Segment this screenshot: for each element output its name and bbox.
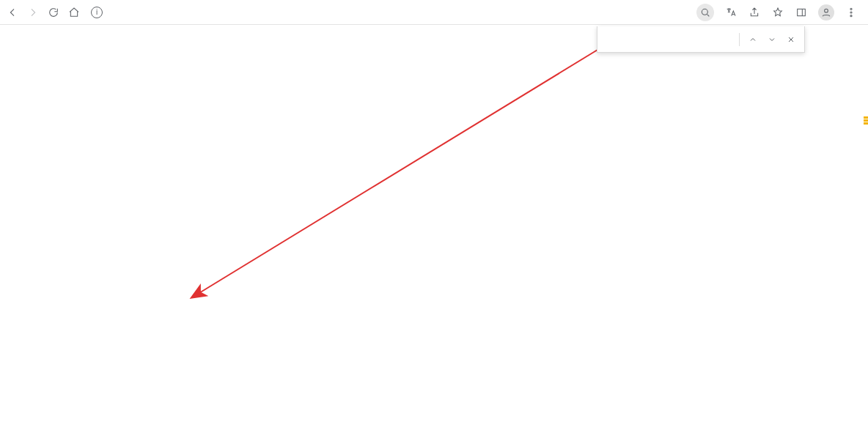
- toolbar-right: [696, 4, 862, 21]
- site-info-icon[interactable]: i: [91, 7, 103, 18]
- bookmark-star-icon[interactable]: [771, 6, 784, 19]
- find-in-page-bar: [597, 26, 805, 53]
- side-panel-icon[interactable]: [795, 6, 808, 19]
- svg-point-4: [850, 11, 852, 12]
- svg-point-2: [825, 9, 828, 12]
- find-close-button[interactable]: [785, 34, 797, 45]
- page-content: [0, 25, 868, 438]
- forward-button[interactable]: [26, 6, 40, 19]
- back-button[interactable]: [6, 6, 19, 19]
- address-bar[interactable]: i: [91, 7, 111, 18]
- reload-button[interactable]: [47, 6, 60, 19]
- svg-point-3: [850, 8, 852, 10]
- browser-toolbar: i: [0, 0, 868, 25]
- home-button[interactable]: [67, 6, 81, 19]
- search-engine-icon[interactable]: [696, 4, 714, 21]
- svg-rect-1: [798, 9, 806, 15]
- find-separator: [739, 33, 740, 46]
- svg-point-0: [702, 9, 707, 15]
- kebab-menu-icon[interactable]: [845, 6, 858, 19]
- translate-icon[interactable]: [724, 6, 738, 19]
- svg-point-5: [850, 15, 852, 16]
- share-icon[interactable]: [748, 6, 761, 19]
- find-next-button[interactable]: [766, 34, 778, 45]
- profile-avatar[interactable]: [818, 4, 834, 21]
- find-prev-button[interactable]: [747, 34, 759, 45]
- scrollbar-find-markers: [862, 25, 868, 438]
